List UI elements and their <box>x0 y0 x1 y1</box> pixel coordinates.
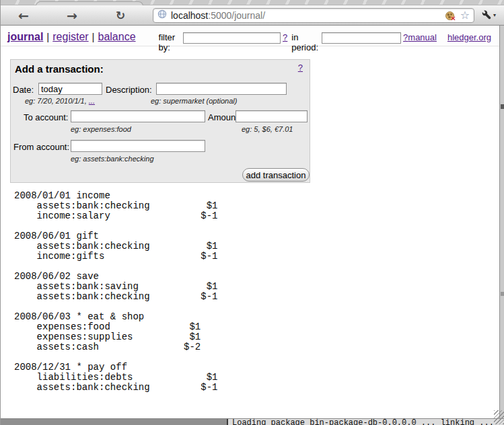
to-account-input[interactable] <box>71 110 205 122</box>
chevron-down-icon: ▾ <box>493 12 496 18</box>
background-window-strip <box>499 26 504 418</box>
description-hint: eg: supermarket (optional) <box>151 97 237 105</box>
date-hint-more-link[interactable]: ... <box>89 97 95 105</box>
to-account-label: To account: <box>24 112 69 122</box>
reload-icon: ↻ <box>116 9 125 22</box>
forward-icon: → <box>67 8 77 23</box>
period-input[interactable] <box>322 32 401 44</box>
address-bar[interactable]: localhost :5000/journal/ ✕ ☆ <box>153 8 474 23</box>
nav-right-links: manual hledger.org <box>408 32 493 42</box>
filter-help-link[interactable]: ? <box>283 32 287 42</box>
amount-input[interactable] <box>236 110 308 122</box>
page-content: journal | register | balance filter by: … <box>1 26 499 418</box>
description-label: Description: <box>106 85 152 95</box>
nav-separator: | <box>46 31 49 42</box>
amount-hint: eg: 5, $6, €7.01 <box>242 125 293 133</box>
description-input[interactable] <box>156 83 287 95</box>
terminal-output: Loading package bin-package-db-0.0.0.0 .… <box>227 419 504 425</box>
form-help-link[interactable]: ? <box>298 63 303 73</box>
add-transaction-button[interactable]: add transaction <box>242 168 310 182</box>
bookmark-star-icon[interactable]: ☆ <box>460 11 470 20</box>
date-hint-text: eg: 7/20, 2010/1/1, <box>25 97 89 105</box>
in-period-label: in period: <box>291 32 318 52</box>
hledger-navbar: journal | register | balance filter by: … <box>1 26 499 46</box>
manual-link[interactable]: manual <box>408 32 437 42</box>
browser-menu-button[interactable]: ▾ <box>481 10 496 20</box>
browser-window: ← → ↻ localhost :5000/journal/ ✕ ☆ <box>0 0 504 425</box>
reload-button[interactable]: ↻ <box>116 7 125 24</box>
resize-grip-icon[interactable] <box>494 410 504 424</box>
hledger-org-link[interactable]: hledger.org <box>447 32 491 42</box>
form-title: Add a transaction: <box>15 63 104 75</box>
scrollbar-mark <box>501 292 504 296</box>
period-help-link[interactable]: ? <box>403 32 408 42</box>
to-account-hint: eg: expenses:food <box>71 125 131 133</box>
nav-link-journal[interactable]: journal <box>7 31 43 43</box>
filter-by-label: filter by: <box>159 32 180 52</box>
tab-strip <box>1 0 504 5</box>
journal-listing: 2008/01/01 income assets:bank:checking $… <box>14 191 217 393</box>
cookie-blocked-x-icon: ✕ <box>450 15 456 22</box>
globe-icon <box>157 9 167 22</box>
date-hint: eg: 7/20, 2010/1/1, ... <box>25 97 95 105</box>
back-button[interactable]: ← <box>18 7 29 24</box>
nav-separator: | <box>92 31 95 42</box>
wrench-icon <box>481 10 491 20</box>
url-host: localhost <box>171 10 208 21</box>
url-path: :5000/journal/ <box>208 10 265 21</box>
date-input[interactable] <box>38 83 102 95</box>
nav-link-balance[interactable]: balance <box>98 31 136 43</box>
date-label: Date: <box>13 85 34 95</box>
scrollbar-mark <box>501 104 504 109</box>
add-transaction-form: Add a transaction: ? Date: Description: … <box>10 59 310 183</box>
back-icon: ← <box>18 8 29 23</box>
background-window-bar <box>1 419 227 425</box>
cookie-blocked-icon[interactable]: ✕ <box>445 11 454 20</box>
from-account-label: From account: <box>13 142 69 152</box>
forward-button[interactable]: → <box>67 7 77 24</box>
browser-toolbar: ← → ↻ localhost :5000/journal/ ✕ ☆ <box>1 5 504 26</box>
from-account-hint: eg: assets:bank:checking <box>71 155 154 163</box>
nav-link-register[interactable]: register <box>52 31 88 43</box>
filter-input[interactable] <box>183 32 281 44</box>
from-account-input[interactable] <box>71 140 205 152</box>
